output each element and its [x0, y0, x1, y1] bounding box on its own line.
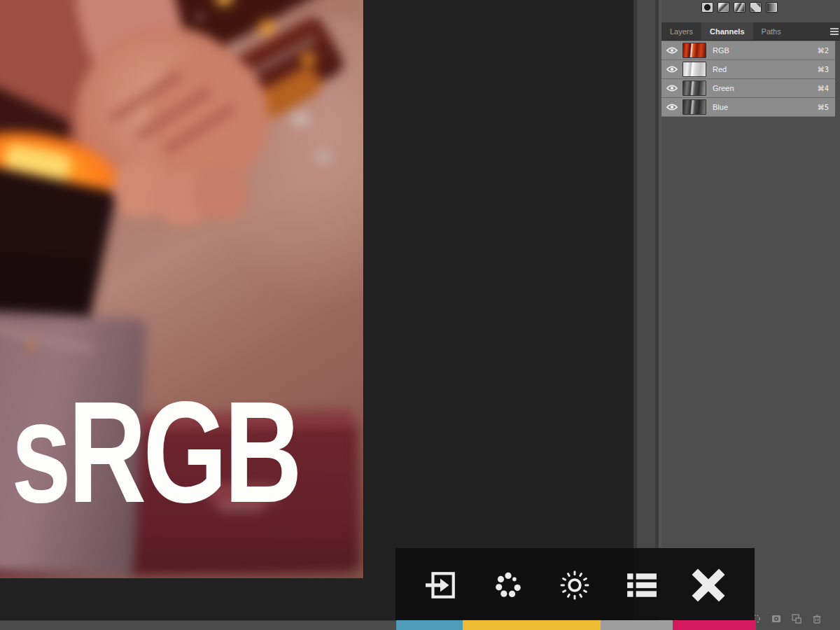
- channel-shortcut: ⌘4: [818, 85, 829, 92]
- fade-swatch-icon[interactable]: [766, 2, 778, 13]
- list-button[interactable]: [624, 568, 660, 605]
- tab-paths[interactable]: Paths: [753, 22, 790, 40]
- channel-thumbnail-green[interactable]: [682, 80, 706, 96]
- accent-segment-gray: [601, 620, 673, 630]
- close-icon: [692, 568, 725, 604]
- visibility-eye-icon[interactable]: [662, 85, 682, 92]
- brightness-icon: [559, 569, 591, 603]
- photo-jeans-rivet: [27, 342, 34, 349]
- channel-name: RGB: [713, 46, 818, 55]
- close-button[interactable]: [690, 568, 727, 605]
- photo-string-post: [197, 14, 202, 19]
- photo-tuner-peg: [302, 53, 314, 65]
- dots-spinner-button[interactable]: [490, 568, 526, 605]
- channels-panel: Layers Channels Paths RGB ⌘2 Red ⌘3: [662, 0, 840, 630]
- channel-thumbnail-red[interactable]: [682, 62, 706, 77]
- photo-tuner-key: [315, 150, 332, 163]
- channel-name: Red: [713, 65, 818, 74]
- channel-thumbnail-rgb[interactable]: [682, 43, 706, 58]
- accent-color-strip: [396, 620, 756, 630]
- tab-channels[interactable]: Channels: [701, 22, 753, 40]
- channel-name: Blue: [713, 103, 818, 111]
- accent-segment-yellow: [463, 620, 601, 630]
- srgb-overlay-text: sRGB: [11, 380, 299, 524]
- channel-row-rgb[interactable]: RGB ⌘2: [662, 41, 835, 60]
- panel-menu-icon[interactable]: [830, 22, 840, 40]
- channel-shortcut: ⌘5: [818, 104, 829, 111]
- diagonal-swatch-icon[interactable]: [734, 2, 746, 13]
- save-selection-as-channel-icon[interactable]: [771, 613, 782, 624]
- import-button[interactable]: [424, 568, 460, 605]
- canvas-area[interactable]: sRGB: [0, 0, 634, 620]
- channel-shortcut: ⌘3: [818, 66, 829, 74]
- channel-list: RGB ⌘2 Red ⌘3 Green ⌘4 Blue ⌘5: [662, 41, 835, 117]
- channel-row-blue[interactable]: Blue ⌘5: [662, 98, 835, 117]
- visibility-eye-icon[interactable]: [662, 47, 682, 54]
- brightness-button[interactable]: [556, 568, 593, 605]
- visibility-eye-icon[interactable]: [662, 104, 682, 111]
- panel-tab-bar: Layers Channels Paths: [662, 22, 840, 41]
- swatch-icon-row: [701, 2, 778, 13]
- gradient-swatch-icon[interactable]: [718, 2, 729, 13]
- panel-dock-gutter: [634, 0, 662, 630]
- photo-string-post: [232, 43, 237, 48]
- visibility-eye-icon[interactable]: [662, 66, 682, 73]
- photo-tuner-peg: [260, 21, 274, 34]
- panel-top-strip: [662, 0, 840, 22]
- channel-shortcut: ⌘2: [818, 47, 829, 55]
- accent-segment-teal: [396, 620, 463, 630]
- accent-segment-magenta: [673, 620, 756, 630]
- channel-name: Green: [713, 84, 818, 92]
- list-icon: [626, 571, 658, 601]
- tab-layers[interactable]: Layers: [662, 22, 701, 40]
- dots-spinner-icon: [492, 569, 524, 603]
- photo-knuckle-shape: [193, 165, 249, 221]
- channel-row-red[interactable]: Red ⌘3: [662, 60, 835, 79]
- vignette-swatch-icon[interactable]: [701, 2, 713, 13]
- crossed-swatch-icon[interactable]: [750, 2, 762, 13]
- document-image[interactable]: sRGB: [0, 0, 364, 578]
- channel-row-green[interactable]: Green ⌘4: [662, 79, 835, 98]
- floating-action-toolbar: [396, 548, 755, 620]
- import-icon: [426, 569, 458, 603]
- new-channel-icon[interactable]: [791, 613, 802, 624]
- channel-thumbnail-blue[interactable]: [682, 99, 706, 115]
- delete-channel-icon[interactable]: [811, 613, 822, 624]
- photo-tuner-key: [291, 112, 309, 126]
